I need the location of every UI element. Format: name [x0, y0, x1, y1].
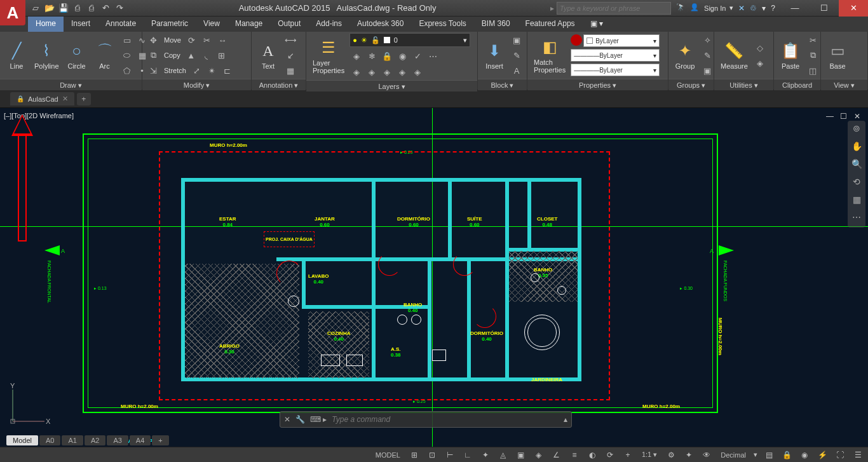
layout-tab-a1[interactable]: A1	[62, 435, 83, 445]
panel-layers-label[interactable]: Layers ▾	[306, 80, 477, 92]
tab-annotate[interactable]: Annotate	[98, 17, 144, 32]
rotate-icon[interactable]: ⟳	[185, 33, 199, 47]
help-search-input[interactable]	[557, 2, 671, 15]
nav-wheel-icon[interactable]: ⊚	[850, 123, 863, 136]
layerfreeze-icon[interactable]: ❄	[365, 49, 379, 63]
sb-scale[interactable]: 1:1 ▾	[639, 451, 660, 459]
qat-redo-icon[interactable]: ↷	[114, 3, 125, 13]
extend-icon[interactable]: ↔	[215, 33, 229, 47]
signin-dropdown-icon[interactable]: ▾	[729, 4, 733, 12]
stretch-icon[interactable]: ⇲	[146, 64, 160, 78]
file-tab-close-icon[interactable]: ✕	[62, 95, 68, 103]
trim-icon[interactable]: ✂	[200, 33, 214, 47]
sb-cleanscreen-icon[interactable]: ⛶	[834, 449, 846, 461]
vp-minimize-icon[interactable]: —	[826, 112, 836, 122]
cut-icon[interactable]: ✂	[806, 33, 820, 47]
panel-groups-label[interactable]: Groups ▾	[668, 79, 714, 90]
line-button[interactable]: ╱Line	[4, 33, 29, 78]
sb-grid-icon[interactable]: ⊞	[408, 449, 421, 461]
move-icon[interactable]: ✥	[146, 33, 160, 47]
nav-more-icon[interactable]: ⋯	[850, 212, 863, 225]
layerprops-button[interactable]: ☰Layer Properties	[310, 34, 347, 78]
sb-annomonitor-icon[interactable]: +	[621, 449, 634, 461]
layout-tab-model[interactable]: Model	[6, 435, 38, 445]
tab-a360[interactable]: Autodesk 360	[349, 17, 411, 32]
paste-button[interactable]: 📋Paste	[778, 33, 803, 78]
cmd-recent-icon[interactable]: ▴	[564, 415, 567, 424]
layer-combo[interactable]: ● ☀ 🔓 0 ▾	[349, 33, 470, 47]
nav-orbit-icon[interactable]: ⟲	[850, 177, 863, 189]
sb-customize-icon[interactable]: ☰	[851, 449, 864, 461]
panel-clipboard-label[interactable]: Clipboard	[774, 79, 820, 90]
layout-tab-a0[interactable]: A0	[39, 435, 60, 445]
sb-polar-icon[interactable]: ✦	[479, 449, 492, 461]
layermore-icon[interactable]: ⋯	[426, 49, 440, 63]
polyline-button[interactable]: ⌇Polyline	[32, 33, 62, 78]
ucs-icon[interactable]: YX	[6, 383, 51, 428]
sb-hardware-icon[interactable]: ⚡	[816, 449, 829, 461]
circle-button[interactable]: ○Circle	[64, 33, 90, 78]
sb-quickprops-icon[interactable]: ▤	[763, 449, 775, 461]
panel-modify-label[interactable]: Modify ▾	[142, 79, 251, 90]
a360-icon[interactable]: ♲	[750, 4, 757, 13]
close-button[interactable]: ✕	[839, 0, 868, 17]
binoculars-icon[interactable]: 🔭	[676, 3, 686, 13]
polygon-icon[interactable]: ⬠	[120, 64, 134, 78]
tab-addins[interactable]: Add-ins	[308, 17, 349, 32]
ungroup-icon[interactable]: ✧	[700, 33, 714, 47]
layer-tool2-icon[interactable]: ◈	[365, 65, 379, 79]
qat-plot-icon[interactable]: ⎙	[86, 3, 97, 13]
scale-icon[interactable]: ⤢	[190, 64, 204, 78]
sb-transparency-icon[interactable]: ◐	[586, 449, 599, 461]
layout-tab-add[interactable]: +	[152, 435, 168, 445]
util1-icon[interactable]: ◇	[753, 41, 767, 55]
copy-icon[interactable]: ⧉	[146, 48, 160, 62]
tab-manage[interactable]: Manage	[227, 17, 270, 32]
explode-icon[interactable]: ✴	[205, 64, 219, 78]
sb-lwt-icon[interactable]: ≡	[568, 449, 581, 461]
layeriso-icon[interactable]: ◈	[349, 49, 363, 63]
sb-units[interactable]: Decimal	[718, 451, 749, 459]
groupedit-icon[interactable]: ✎	[700, 48, 714, 62]
layout-tab-a4[interactable]: A4	[130, 435, 151, 445]
layout-tab-a3[interactable]: A3	[107, 435, 128, 445]
ellipse-icon[interactable]: ⬭	[120, 48, 134, 62]
tab-featured[interactable]: Featured Apps	[518, 17, 583, 32]
tab-launcher-icon[interactable]: ▣ ▾	[583, 17, 611, 32]
minimize-button[interactable]: —	[780, 0, 810, 17]
cmd-customize-icon[interactable]: 🔧	[295, 415, 305, 424]
tab-express[interactable]: Express Tools	[411, 17, 473, 32]
qat-new-icon[interactable]: ▱	[31, 3, 41, 13]
rect-icon[interactable]: ▭	[120, 33, 134, 47]
drawing-canvas[interactable]: [–][Top][2D Wireframe] — ☐ ✕ MURO h=2.00…	[0, 108, 868, 447]
signin-area[interactable]: 🔭 👤 Sign In ▾	[676, 3, 733, 13]
tab-view[interactable]: View	[196, 17, 227, 32]
sb-3dosnap-icon[interactable]: ◈	[532, 449, 545, 461]
layer-tool4-icon[interactable]: ◈	[395, 65, 409, 79]
util2-icon[interactable]: ◈	[753, 56, 767, 70]
insert-button[interactable]: ⬇Insert	[482, 33, 507, 78]
panel-properties-label[interactable]: Properties ▾	[527, 79, 668, 90]
qat-open-icon[interactable]: 📂	[44, 3, 55, 13]
sb-isolate-icon[interactable]: ◉	[798, 449, 811, 461]
qat-save-icon[interactable]: 💾	[58, 3, 69, 13]
color-combo[interactable]: ByLayer▾	[583, 34, 660, 47]
arc-button[interactable]: ⌒Arc	[92, 33, 118, 78]
group-button[interactable]: ✦Group	[672, 33, 698, 78]
base-button[interactable]: ▭Base	[825, 33, 850, 78]
layerlock-icon[interactable]: 🔒	[380, 49, 394, 63]
dropdown-icon[interactable]: ▾	[762, 4, 766, 13]
fillet-icon[interactable]: ◟	[200, 48, 214, 62]
matchprops-button[interactable]: ◧Match Properties	[531, 33, 568, 78]
tab-home[interactable]: Home	[28, 17, 64, 32]
groupsel-icon[interactable]: ▣	[700, 64, 714, 78]
panel-utilities-label[interactable]: Utilities ▾	[714, 79, 773, 90]
layeroff-icon[interactable]: ◉	[395, 49, 409, 63]
leader-icon[interactable]: ↙	[283, 48, 297, 62]
nav-zoom-icon[interactable]: 🔍	[850, 159, 863, 172]
qat-undo-icon[interactable]: ↶	[100, 3, 111, 13]
add-tab-button[interactable]: +	[77, 93, 91, 105]
cmd-close-icon[interactable]: ✕	[284, 415, 290, 424]
create-block-icon[interactable]: ▣	[510, 33, 524, 47]
clip3-icon[interactable]: ◫	[806, 64, 820, 78]
